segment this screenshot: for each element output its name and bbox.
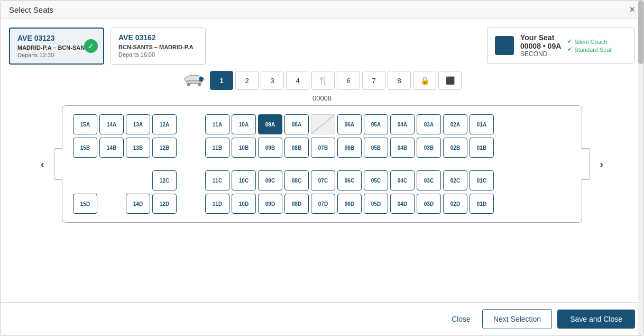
seat-info-card: Your Seat 00008 • 09A SECOND Silent Coac…	[487, 28, 635, 63]
seat-row-b: 15B 14B 13B 12B 11B 10B 09B 08B 07B 06B …	[73, 138, 571, 158]
coach-btn-6[interactable]: 6	[337, 71, 360, 90]
seat-06C[interactable]: 06C	[337, 170, 362, 190]
seat-row-c: 12C 11C 10C 09C 08C 07C 06C 05C 04C 03C …	[73, 170, 571, 190]
train-card-2-route: BCN-SANTS – MADRID-P.A	[118, 44, 198, 50]
seat-12B[interactable]: 12B	[152, 138, 177, 158]
top-section: AVE 03123 MADRID-P.A – BCN-SANTS Departs…	[1, 19, 643, 69]
coach-btn-4[interactable]: 4	[286, 71, 309, 90]
seat-04A[interactable]: 04A	[390, 114, 415, 134]
seat-14B[interactable]: 14B	[99, 138, 124, 158]
coach-number-label: 00008	[9, 94, 635, 102]
seat-empty-A1	[179, 114, 203, 134]
seat-15A[interactable]: 15A	[73, 114, 97, 134]
next-selection-button[interactable]: Next Selection	[482, 309, 552, 329]
seat-01B[interactable]: 01B	[470, 138, 494, 158]
coach-btn-8[interactable]: 8	[388, 71, 411, 90]
coach-btn-2[interactable]: 2	[235, 71, 259, 90]
seat-empty-D2	[179, 194, 203, 214]
seat-12D[interactable]: 12D	[152, 194, 177, 214]
seat-15D[interactable]: 15D	[73, 194, 97, 214]
seat-15B[interactable]: 15B	[73, 138, 97, 158]
seat-05D[interactable]: 05D	[364, 194, 388, 214]
seat-05C[interactable]: 05C	[364, 170, 388, 190]
coach-left-connector	[54, 148, 62, 180]
scrollbar[interactable]	[638, 1, 643, 335]
select-seats-modal: Select Seats × AVE 03123 MADRID-P.A – BC…	[0, 0, 644, 336]
seat-06B[interactable]: 06B	[337, 138, 362, 158]
seat-icon	[495, 36, 514, 55]
seat-02D[interactable]: 02D	[443, 194, 467, 214]
coach-btn-dining[interactable]: 🍴	[311, 71, 335, 90]
seat-07C[interactable]: 07C	[311, 170, 335, 190]
coach-btn-3[interactable]: 3	[261, 71, 284, 90]
modal-header: Select Seats ×	[1, 1, 643, 19]
seat-12C[interactable]: 12C	[152, 170, 177, 190]
seat-10B[interactable]: 10B	[232, 138, 256, 158]
next-coach-button[interactable]: ›	[600, 158, 603, 170]
close-link-button[interactable]: Close	[445, 311, 477, 328]
coach-btn-end[interactable]: ⬛	[438, 71, 462, 90]
train-card-1-check-icon: ✓	[84, 39, 98, 53]
seat-03D[interactable]: 03D	[417, 194, 441, 214]
seat-06A[interactable]: 06A	[337, 114, 362, 134]
seat-05A[interactable]: 05A	[364, 114, 388, 134]
seat-06D[interactable]: 06D	[337, 194, 362, 214]
seat-08B[interactable]: 08B	[284, 138, 309, 158]
seat-03A[interactable]: 03A	[417, 114, 441, 134]
seat-empty-C4	[179, 170, 203, 190]
train-card-2[interactable]: AVE 03162 BCN-SANTS – MADRID-P.A Departs…	[111, 28, 206, 65]
modal-footer: Close Next Selection Save and Close	[1, 302, 643, 335]
seat-08C[interactable]: 08C	[284, 170, 309, 190]
seat-03B[interactable]: 03B	[417, 138, 441, 158]
prev-coach-button[interactable]: ‹	[41, 158, 44, 170]
seat-12A[interactable]: 12A	[152, 114, 177, 134]
train-card-1[interactable]: AVE 03123 MADRID-P.A – BCN-SANTS Departs…	[9, 28, 104, 65]
modal-body: AVE 03123 MADRID-P.A – BCN-SANTS Departs…	[1, 19, 643, 335]
train-cards: AVE 03123 MADRID-P.A – BCN-SANTS Departs…	[9, 28, 479, 65]
modal-close-button[interactable]: ×	[629, 5, 635, 14]
seat-14D[interactable]: 14D	[126, 194, 150, 214]
seat-09B[interactable]: 09B	[258, 138, 282, 158]
seat-02A[interactable]: 02A	[443, 114, 467, 134]
seat-05B[interactable]: 05B	[364, 138, 388, 158]
seat-11A[interactable]: 11A	[205, 114, 229, 134]
coach-btn-1[interactable]: 1	[210, 71, 233, 90]
seat-02B[interactable]: 02B	[443, 138, 467, 158]
train-card-2-id: AVE 03162	[118, 33, 198, 42]
seat-07B[interactable]: 07B	[311, 138, 335, 158]
train-locomotive-icon	[182, 71, 206, 90]
seat-01C[interactable]: 01C	[470, 170, 494, 190]
seat-04C[interactable]: 04C	[390, 170, 415, 190]
seat-number: 00008 • 09A	[520, 42, 561, 50]
seat-10A[interactable]: 10A	[232, 114, 256, 134]
coach-btn-lock[interactable]: 🔒	[413, 71, 436, 90]
coach-btn-7[interactable]: 7	[362, 71, 385, 90]
seat-11C[interactable]: 11C	[205, 170, 229, 190]
save-close-button[interactable]: Save and Close	[557, 310, 635, 329]
seat-04B[interactable]: 04B	[390, 138, 415, 158]
scrollbar-thumb[interactable]	[638, 1, 643, 64]
seat-08A[interactable]: 08A	[284, 114, 309, 134]
seat-07D[interactable]: 07D	[311, 194, 335, 214]
seat-map-area[interactable]: 00008 ‹ 15A 14A 13A 12A 11A	[1, 94, 643, 302]
svg-rect-4	[199, 77, 203, 81]
seat-11B[interactable]: 11B	[205, 138, 229, 158]
seat-10C[interactable]: 10C	[232, 170, 256, 190]
seat-13B[interactable]: 13B	[126, 138, 150, 158]
seat-13A[interactable]: 13A	[126, 114, 150, 134]
seat-09A[interactable]: 09A	[258, 114, 282, 134]
seat-10D[interactable]: 10D	[232, 194, 256, 214]
seat-08D[interactable]: 08D	[284, 194, 309, 214]
seat-03C[interactable]: 03C	[417, 170, 441, 190]
seat-09D[interactable]: 09D	[258, 194, 282, 214]
seat-07A	[311, 114, 335, 134]
seat-01A[interactable]: 01A	[470, 114, 494, 134]
seat-04D[interactable]: 04D	[390, 194, 415, 214]
seat-02C[interactable]: 02C	[443, 170, 467, 190]
seat-09C[interactable]: 09C	[258, 170, 282, 190]
seat-label: Your Seat	[520, 33, 561, 42]
seat-11D[interactable]: 11D	[205, 194, 229, 214]
seat-empty-C1	[73, 170, 97, 190]
seat-01D[interactable]: 01D	[470, 194, 494, 214]
seat-14A[interactable]: 14A	[99, 114, 124, 134]
